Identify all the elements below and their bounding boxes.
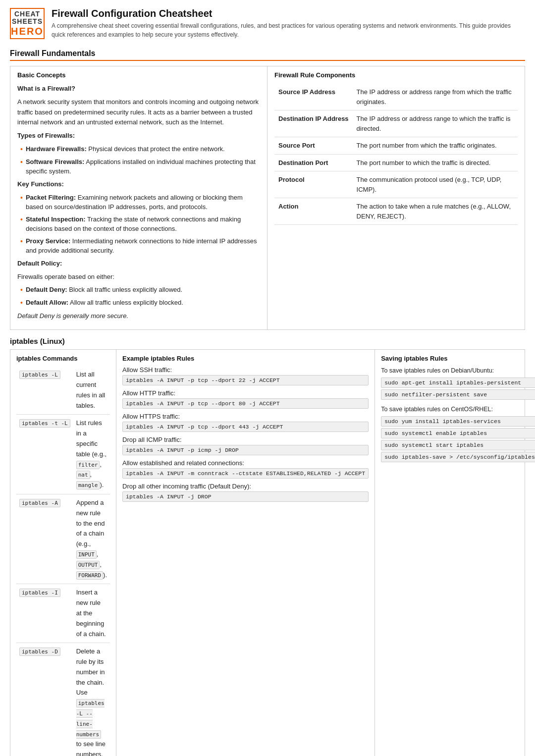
- field-label: Source IP Address: [274, 84, 353, 110]
- table-row: iptables -D Delete a rule by its number …: [16, 643, 110, 756]
- code-snippet: iptables -A: [19, 499, 60, 507]
- saving-block: To save iptables rules on Debian/Ubuntu:…: [381, 366, 535, 400]
- example-label: Drop all other incoming traffic (Default…: [122, 483, 369, 490]
- example-label: Allow HTTP traffic:: [122, 389, 369, 397]
- logo: CHEAT SHEETS HERO: [10, 8, 45, 39]
- cmd-code: iptables -t -L: [16, 415, 73, 494]
- field-label: Destination IP Address: [274, 110, 353, 137]
- table-row: Source IP AddressThe IP address or addre…: [274, 84, 518, 110]
- page-header: CHEAT SHEETS HERO Firewall Configuration…: [10, 8, 525, 42]
- default-deny-note: Default Deny is generally more secure.: [17, 311, 260, 322]
- iptables-saving-title: Saving iptables Rules: [381, 355, 535, 362]
- section-firewall-fundamentals: Firewall Fundamentals: [10, 49, 525, 61]
- rule-components-panel: Firewall Rule Components Source IP Addre…: [268, 66, 525, 329]
- cmd-desc: Append a new rule to the end of a chain …: [73, 494, 110, 584]
- basic-concepts-title: Basic Concepts: [17, 71, 260, 79]
- example-label: Allow SSH traffic:: [122, 366, 369, 374]
- example-block: Allow HTTP traffic:iptables -A INPUT -p …: [122, 389, 369, 409]
- code-block: sudo systemctl enable iptables: [381, 428, 535, 438]
- table-row: iptables -I Insert a new rule at the beg…: [16, 584, 110, 643]
- example-block: Drop all other incoming traffic (Default…: [122, 483, 369, 502]
- table-row: Destination PortThe port number to which…: [274, 154, 518, 171]
- code-snippet: iptables -D: [19, 648, 60, 656]
- fundamentals-grid: Basic Concepts What is a Firewall? A net…: [10, 66, 525, 330]
- field-desc: The action to take when a rule matches (…: [353, 198, 518, 225]
- list-item: Software Firewalls: Applications install…: [20, 157, 260, 176]
- list-item: Default Allow: Allow all traffic unless …: [20, 298, 260, 308]
- iptables-grid: iptables Commands iptables -LList all cu…: [10, 349, 525, 756]
- cmd-code: iptables -A: [16, 494, 73, 584]
- table-row: iptables -t -LList rules in a specific t…: [16, 415, 110, 494]
- code-block: sudo apt-get install iptables-persistent: [381, 378, 535, 388]
- header-text: Firewall Configuration Cheatsheet A comp…: [52, 8, 525, 42]
- code-block: iptables -A INPUT -p tcp --dport 22 -j A…: [122, 375, 369, 385]
- cmd-code: iptables -I: [16, 584, 73, 643]
- iptables-examples-panel: Example iptables Rules Allow SSH traffic…: [116, 350, 375, 756]
- code-block: iptables -A INPUT -m conntrack --ctstate…: [122, 468, 369, 479]
- table-row: ActionThe action to take when a rule mat…: [274, 198, 518, 225]
- page-description: A comprehensive cheat sheet covering ess…: [52, 21, 525, 39]
- what-is-firewall-title: What is a Firewall?: [17, 85, 75, 92]
- iptables-saving-body: To save iptables rules on Debian/Ubuntu:…: [381, 366, 535, 462]
- field-label: Action: [274, 198, 353, 225]
- list-item: Proxy Service: Intermediating network co…: [20, 236, 260, 256]
- code-block: iptables -A INPUT -p tcp --dport 443 -j …: [122, 422, 369, 432]
- saving-block: To save iptables rules on CentOS/RHEL:su…: [381, 405, 535, 462]
- default-policy-body: Firewalls operate based on either:: [17, 272, 260, 282]
- rule-components-title: Firewall Rule Components: [274, 71, 518, 79]
- code-block: sudo yum install iptables-services: [381, 416, 535, 427]
- list-item: Default Deny: Block all traffic unless e…: [20, 285, 260, 295]
- table-row: Destination IP AddressThe IP address or …: [274, 110, 518, 137]
- cmd-desc: Delete a rule by its number in the chain…: [73, 643, 110, 756]
- iptables-saving-panel: Saving iptables Rules To save iptables r…: [375, 350, 535, 756]
- code-snippet: iptables -L: [19, 371, 60, 379]
- what-is-firewall-body: A network security system that monitors …: [17, 97, 260, 128]
- list-item: Stateful Inspection: Tracking the state …: [20, 215, 260, 234]
- page-title: Firewall Configuration Cheatsheet: [52, 8, 525, 19]
- section-iptables: iptables (Linux): [10, 337, 525, 345]
- table-row: iptables -LList all current rules in all…: [16, 366, 110, 415]
- list-item: Packet Filtering: Examining network pack…: [20, 193, 260, 212]
- table-row: iptables -A Append a new rule to the end…: [16, 494, 110, 584]
- logo-cheat: CHEAT: [14, 10, 40, 18]
- example-block: Drop all ICMP traffic:iptables -A INPUT …: [122, 436, 369, 455]
- example-block: Allow established and related connection…: [122, 459, 369, 479]
- cmd-code: iptables -D: [16, 643, 73, 756]
- list-item: Hardware Firewalls: Physical devices tha…: [20, 144, 260, 155]
- field-desc: The IP address or address range to which…: [353, 110, 518, 137]
- cmd-code: iptables -L: [16, 366, 73, 415]
- field-label: Protocol: [274, 171, 353, 198]
- cmd-desc: List all current rules in all tables.: [73, 366, 110, 415]
- iptables-commands-panel: iptables Commands iptables -LList all cu…: [10, 350, 116, 756]
- table-row: ProtocolThe communication protocol used …: [274, 171, 518, 198]
- iptables-commands-title: iptables Commands: [16, 355, 110, 362]
- rule-components-table: Source IP AddressThe IP address or addre…: [274, 84, 518, 225]
- code-block: sudo systemctl start iptables: [381, 440, 535, 450]
- types-title: Types of Firewalls:: [17, 132, 75, 139]
- code-snippet: iptables -t -L: [19, 419, 70, 428]
- code-block: sudo iptables-save > /etc/sysconfig/ipta…: [381, 452, 535, 462]
- saving-label: To save iptables rules on CentOS/RHEL:: [381, 405, 535, 414]
- iptables-examples-body: Allow SSH traffic:iptables -A INPUT -p t…: [122, 366, 369, 502]
- example-block: Allow SSH traffic:iptables -A INPUT -p t…: [122, 366, 369, 385]
- types-list: Hardware Firewalls: Physical devices tha…: [17, 144, 260, 176]
- example-label: Allow established and related connection…: [122, 459, 369, 467]
- key-functions-list: Packet Filtering: Examining network pack…: [17, 193, 260, 256]
- default-policy-title: Default Policy:: [17, 260, 62, 267]
- logo-sheets: SHEETS: [12, 18, 43, 25]
- iptables-cmd-table: iptables -LList all current rules in all…: [16, 366, 110, 756]
- field-desc: The port number to which the traffic is …: [353, 154, 518, 171]
- code-block: sudo netfilter-persistent save: [381, 389, 535, 400]
- cmd-desc: List rules in a specific table (e.g., fi…: [73, 415, 110, 494]
- example-block: Allow HTTPS traffic:iptables -A INPUT -p…: [122, 413, 369, 432]
- saving-label: To save iptables rules on Debian/Ubuntu:: [381, 366, 535, 376]
- field-desc: The port number from which the traffic o…: [353, 137, 518, 155]
- code-block: iptables -A INPUT -p tcp --dport 80 -j A…: [122, 398, 369, 409]
- code-block: iptables -A INPUT -p icmp -j DROP: [122, 445, 369, 455]
- field-label: Destination Port: [274, 154, 353, 171]
- default-policies-list: Default Deny: Block all traffic unless e…: [17, 285, 260, 308]
- table-row: Source PortThe port number from which th…: [274, 137, 518, 155]
- field-label: Source Port: [274, 137, 353, 155]
- code-block: iptables -A INPUT -j DROP: [122, 491, 369, 502]
- cmd-desc: Insert a new rule at the beginning of a …: [73, 584, 110, 643]
